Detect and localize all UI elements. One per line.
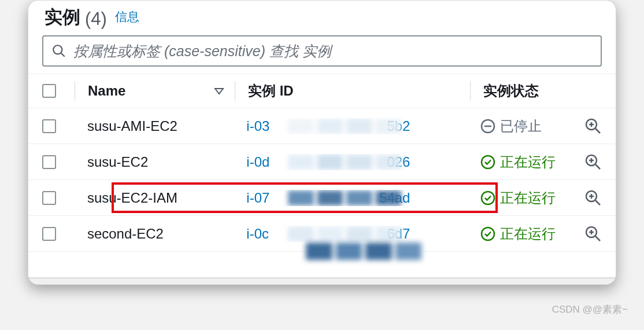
cell-instance-id[interactable]: i-0754ad <box>234 190 468 206</box>
cell-action[interactable] <box>579 189 602 207</box>
table-header-row: Name 实例 ID 实例状态 <box>28 74 616 108</box>
cell-action[interactable] <box>579 153 602 171</box>
cell-instance-id[interactable]: i-0c6d7 <box>234 226 468 242</box>
id-prefix: i-07 <box>246 190 269 206</box>
svg-line-1 <box>61 53 65 57</box>
bottom-scrollbar[interactable] <box>28 277 616 284</box>
cell-state: 正在运行 <box>468 153 579 171</box>
stopped-icon <box>480 119 495 134</box>
cell-instance-id[interactable]: i-0d026 <box>234 154 468 170</box>
redacted-id <box>288 118 401 134</box>
column-header-name-label: Name <box>88 83 125 99</box>
sort-icon <box>214 83 224 99</box>
search-box[interactable] <box>42 35 602 67</box>
magnify-plus-icon <box>584 118 602 135</box>
magnify-plus-icon <box>584 189 602 207</box>
instance-count: (4) <box>85 9 107 30</box>
id-prefix: i-0d <box>246 154 269 170</box>
table-body: susu-AMI-EC2i-035b2已停止susu-EC2i-0d026正在运… <box>28 108 616 252</box>
row-select-cell <box>42 227 75 241</box>
instances-table: Name 实例 ID 实例状态 susu-AMI-EC2i-035b2已停止su… <box>28 74 616 252</box>
table-row[interactable]: susu-AMI-EC2i-035b2已停止 <box>28 108 616 144</box>
svg-point-8 <box>482 156 494 168</box>
svg-line-5 <box>595 129 600 133</box>
row-checkbox[interactable] <box>42 227 56 241</box>
cell-name: susu-EC2 <box>75 154 234 170</box>
column-header-name[interactable]: Name <box>75 83 235 99</box>
redacted-id <box>288 226 401 242</box>
svg-line-20 <box>595 236 600 241</box>
magnify-plus-icon <box>584 153 602 171</box>
state-label: 已停止 <box>500 117 542 135</box>
row-select-cell <box>42 155 75 169</box>
id-prefix: i-03 <box>246 118 269 134</box>
redacted-id <box>288 154 401 170</box>
select-all-checkbox[interactable] <box>42 84 56 98</box>
search-icon <box>51 43 66 58</box>
cell-state: 正在运行 <box>468 225 579 243</box>
watermark: CSDN @@素素~ <box>552 303 628 316</box>
row-checkbox[interactable] <box>42 191 56 205</box>
search-container <box>28 35 616 74</box>
svg-point-0 <box>53 45 62 54</box>
column-header-id[interactable]: 实例 ID <box>235 82 470 100</box>
redacted-overflow <box>306 243 421 260</box>
state-label: 正在运行 <box>500 225 556 243</box>
column-header-id-label: 实例 ID <box>248 82 294 100</box>
cell-action[interactable] <box>579 118 602 135</box>
select-all-cell <box>42 84 75 98</box>
table-row[interactable]: susu-EC2i-0d026正在运行 <box>28 144 616 180</box>
page-title: 实例 <box>45 5 80 30</box>
table-row[interactable]: susu-EC2-IAMi-0754ad正在运行 <box>28 180 616 216</box>
column-header-state[interactable]: 实例状态 <box>471 82 582 100</box>
state-label: 正在运行 <box>500 153 556 171</box>
svg-point-13 <box>482 192 494 204</box>
instances-panel: 实例 (4) 信息 Name 实例 ID <box>28 0 616 285</box>
running-icon <box>480 190 495 206</box>
magnify-plus-icon <box>584 225 602 243</box>
row-checkbox[interactable] <box>42 155 56 169</box>
cell-name: second-EC2 <box>75 226 234 242</box>
svg-line-10 <box>595 164 600 169</box>
cell-name: susu-AMI-EC2 <box>75 118 234 134</box>
search-input[interactable] <box>73 43 593 60</box>
cell-action[interactable] <box>579 225 602 243</box>
column-header-state-label: 实例状态 <box>483 82 539 100</box>
svg-line-15 <box>595 200 600 205</box>
cell-state: 已停止 <box>468 117 579 135</box>
row-checkbox[interactable] <box>42 119 56 133</box>
cell-state: 正在运行 <box>468 189 579 207</box>
row-select-cell <box>42 119 75 133</box>
state-label: 正在运行 <box>500 189 556 207</box>
info-link[interactable]: 信息 <box>115 9 139 25</box>
running-icon <box>480 226 495 241</box>
cell-instance-id[interactable]: i-035b2 <box>234 118 468 134</box>
row-select-cell <box>42 191 75 205</box>
id-prefix: i-0c <box>246 226 269 242</box>
redacted-id <box>288 190 401 206</box>
svg-point-18 <box>482 228 494 240</box>
panel-header: 实例 (4) 信息 <box>28 1 616 35</box>
cell-name: susu-EC2-IAM <box>75 190 234 206</box>
running-icon <box>480 155 495 170</box>
